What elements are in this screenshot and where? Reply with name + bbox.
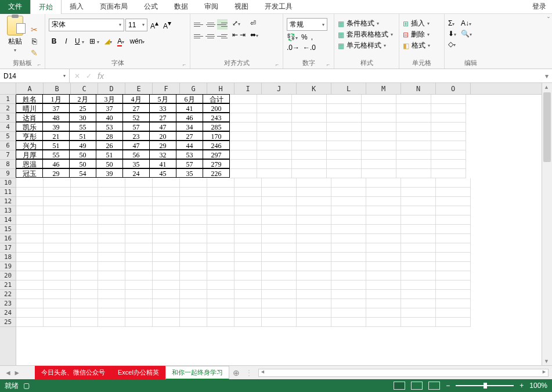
cell[interactable]: [207, 271, 234, 280]
cell[interactable]: [362, 123, 396, 132]
cell[interactable]: [431, 141, 466, 150]
sort-filter-button[interactable]: A↓▾: [461, 19, 472, 27]
orientation-button[interactable]: ⤢▾: [232, 19, 246, 27]
cell[interactable]: 5月: [149, 94, 176, 103]
cell[interactable]: [396, 123, 431, 132]
cell[interactable]: [230, 169, 257, 178]
cell[interactable]: [207, 225, 234, 234]
cell[interactable]: [180, 271, 207, 280]
cell[interactable]: [257, 113, 292, 123]
cell[interactable]: [327, 169, 362, 178]
macro-record-icon[interactable]: ▢: [23, 382, 30, 390]
cell[interactable]: [396, 160, 431, 169]
row-header-2[interactable]: 2: [0, 104, 16, 113]
cell[interactable]: [125, 299, 153, 308]
cell[interactable]: [297, 243, 331, 253]
cell[interactable]: [327, 104, 362, 113]
cell[interactable]: [401, 318, 436, 327]
cell[interactable]: [366, 225, 401, 234]
cell[interactable]: [362, 132, 396, 141]
cell[interactable]: [180, 308, 207, 318]
tab-layout[interactable]: 页面布局: [92, 0, 136, 14]
cell[interactable]: [44, 234, 71, 243]
cell[interactable]: [16, 318, 44, 327]
cell[interactable]: [98, 290, 125, 299]
cell[interactable]: [331, 206, 366, 215]
cell[interactable]: [262, 318, 297, 327]
cell[interactable]: [327, 160, 362, 169]
cell[interactable]: [125, 262, 153, 271]
insert-cells-button[interactable]: ⊞插入▾: [403, 18, 441, 29]
cell[interactable]: [401, 308, 436, 318]
cell[interactable]: [207, 243, 234, 253]
cell[interactable]: [71, 290, 98, 299]
merge-button[interactable]: ⬌▾: [250, 31, 258, 39]
cell[interactable]: 35: [122, 159, 150, 168]
cell[interactable]: 51: [42, 141, 70, 150]
cell[interactable]: [230, 150, 257, 160]
cell[interactable]: [153, 299, 180, 308]
cell[interactable]: [362, 160, 396, 169]
name-box[interactable]: D14▾: [0, 69, 70, 82]
cell[interactable]: [297, 290, 331, 299]
cell[interactable]: 41: [149, 159, 176, 168]
cell[interactable]: 26: [96, 141, 123, 150]
cell[interactable]: [262, 197, 297, 206]
tab-data[interactable]: 数据: [166, 0, 196, 14]
cell[interactable]: [366, 318, 401, 327]
cell[interactable]: [262, 290, 297, 299]
cell[interactable]: [16, 225, 44, 234]
cell[interactable]: [297, 178, 331, 188]
underline-button[interactable]: U ▾: [73, 36, 86, 46]
col-header-J[interactable]: J: [262, 83, 297, 94]
cell[interactable]: 恩温: [16, 159, 43, 168]
cell[interactable]: 170: [203, 131, 230, 141]
cell[interactable]: [180, 290, 207, 299]
cell[interactable]: [207, 262, 234, 271]
cell[interactable]: [71, 318, 98, 327]
tab-insert[interactable]: 插入: [62, 0, 92, 14]
cell[interactable]: [292, 132, 327, 141]
cell[interactable]: [16, 280, 44, 290]
cell[interactable]: [362, 150, 396, 160]
cell[interactable]: [297, 271, 331, 280]
cell[interactable]: [331, 234, 366, 243]
cell[interactable]: 57: [122, 122, 150, 131]
cell[interactable]: [257, 123, 292, 132]
sheet-tab-3[interactable]: 和你一起终身学习: [165, 366, 229, 380]
wrap-text-button[interactable]: ⏎: [250, 19, 258, 27]
cell[interactable]: [44, 215, 71, 225]
cell[interactable]: [207, 234, 234, 243]
cell[interactable]: 49: [69, 141, 96, 150]
cell[interactable]: [98, 225, 125, 234]
cell[interactable]: [16, 215, 44, 225]
cell[interactable]: [125, 188, 153, 197]
col-header-M[interactable]: M: [366, 83, 401, 94]
cell[interactable]: [396, 169, 431, 178]
italic-button[interactable]: I: [61, 36, 71, 46]
cell[interactable]: [401, 225, 436, 234]
cell[interactable]: [153, 225, 180, 234]
cell[interactable]: [153, 234, 180, 243]
cell[interactable]: [262, 253, 297, 262]
clipboard-expand-icon[interactable]: ⌐: [38, 62, 44, 67]
cell[interactable]: [436, 318, 471, 327]
cell[interactable]: [180, 178, 207, 188]
cell[interactable]: 亨彤: [16, 131, 43, 141]
cell[interactable]: [16, 188, 44, 197]
cell[interactable]: [297, 206, 331, 215]
cell[interactable]: [431, 132, 466, 141]
cell[interactable]: 24: [122, 168, 150, 178]
cell[interactable]: [366, 206, 401, 215]
row-header-25[interactable]: 25: [0, 318, 16, 327]
cell[interactable]: [180, 234, 207, 243]
cell[interactable]: [257, 150, 292, 160]
row-header-7[interactable]: 7: [0, 150, 16, 160]
cell[interactable]: [180, 215, 207, 225]
cell[interactable]: 3月: [96, 94, 123, 103]
cell[interactable]: 合计: [203, 94, 230, 103]
login-link[interactable]: 登录: [526, 0, 552, 14]
cell[interactable]: [396, 132, 431, 141]
cell[interactable]: [153, 243, 180, 253]
cell[interactable]: [362, 95, 396, 104]
